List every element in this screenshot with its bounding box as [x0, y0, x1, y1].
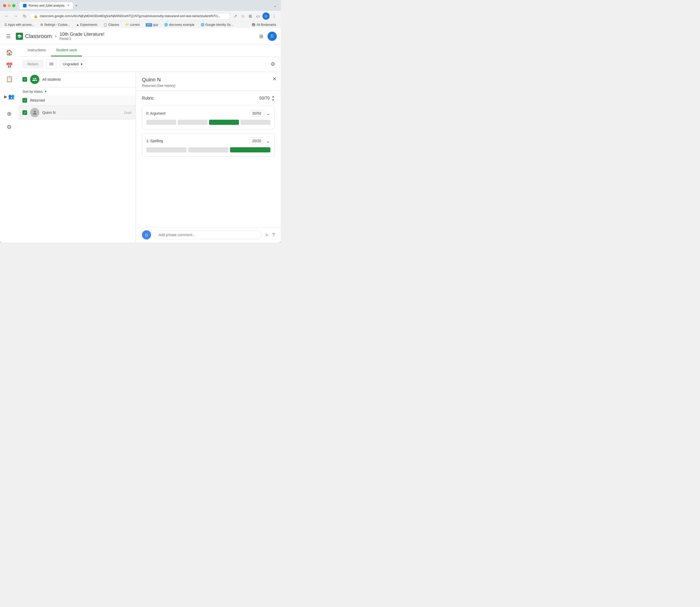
- tabs-row: Instructions Student work: [18, 44, 281, 57]
- grade-filter-dropdown[interactable]: Ungraded ▾: [60, 60, 86, 68]
- rubric-score-down-button[interactable]: ▼: [272, 99, 275, 102]
- address-bar[interactable]: 🔒 classroom.google.com/u/0/c/NjEyMDI4ODI…: [30, 13, 230, 20]
- email-button[interactable]: ✉: [46, 59, 57, 69]
- all-students-checkbox[interactable]: [22, 77, 27, 82]
- sort-arrow-icon[interactable]: ▾: [45, 89, 46, 93]
- bookmark-all[interactable]: 📚 All Bookmarks: [250, 22, 278, 27]
- extensions-button[interactable]: ⊞: [247, 13, 253, 20]
- sidebar-people-expand[interactable]: ▶ 👥: [2, 91, 17, 102]
- close-traffic-light[interactable]: [3, 4, 6, 7]
- student-panel: All students Sort by status ▾ R: [18, 72, 136, 243]
- rubric-settings-button[interactable]: ⚙: [269, 60, 277, 69]
- send-comment-button[interactable]: ➤: [265, 232, 269, 238]
- bookmark-discovery-label: discovery example: [169, 23, 194, 26]
- scale-bar-1-2[interactable]: [188, 147, 228, 152]
- bookmark-settings[interactable]: ⚙ Settings - Cookie...: [39, 22, 71, 27]
- scale-bar-0-1[interactable]: [146, 120, 176, 125]
- share-button[interactable]: ↗: [232, 13, 239, 20]
- course-info: 10th Grade Literature! Period 3: [60, 32, 254, 41]
- window-chevron-button[interactable]: ⌄: [272, 2, 278, 9]
- bookmark-gcp[interactable]: RPI gcp: [144, 22, 160, 27]
- returned-check-icon: [23, 99, 26, 102]
- bookmark-current[interactable]: 📁 current: [124, 22, 141, 27]
- sidebar-add-button[interactable]: ⊕: [3, 108, 15, 120]
- person-icon: [32, 110, 38, 116]
- sidebar-calendar-button[interactable]: 📅: [3, 60, 15, 72]
- student-status: Draft: [124, 111, 131, 114]
- scale-bar-1-3[interactable]: [230, 147, 270, 152]
- student-detail-status: Returned (See history): [142, 84, 176, 87]
- student-checkbox[interactable]: [22, 110, 27, 115]
- criteria-spelling-expand-button[interactable]: ⌄: [266, 138, 270, 144]
- sidebar-settings-button[interactable]: ⚙: [3, 121, 15, 133]
- commenter-initial: D: [145, 233, 148, 237]
- sidebar: 🏠 📅 📋 ▶ 👥 ⊕ ⚙: [0, 44, 18, 243]
- sidebar-assignments-button[interactable]: 📋: [3, 73, 15, 85]
- topbar-actions: ⊞ D: [257, 31, 277, 41]
- browser-tab[interactable]: Romeo and Juliet analysis. ✕: [19, 2, 73, 9]
- student-check-icon: [23, 111, 26, 114]
- browser-titlebar: Romeo and Juliet analysis. ✕ + ⌄: [0, 0, 281, 11]
- tab-instructions[interactable]: Instructions: [22, 44, 51, 57]
- bookmark-google-identity-icon: 🌐: [201, 23, 205, 26]
- return-button[interactable]: Return: [22, 60, 43, 68]
- profile-button[interactable]: D: [263, 13, 270, 20]
- detail-header: Quinn N Returned (See history) ✕: [136, 72, 281, 91]
- criteria-argument-header: 0: Argument 30/50 ⌄: [146, 110, 270, 117]
- browser-toolbar: ← → ↻ 🔒 classroom.google.com/u/0/c/NjEyM…: [0, 11, 281, 21]
- comment-area: D ➤ ?: [136, 227, 281, 243]
- sidebar-home-button[interactable]: 🏠: [3, 46, 15, 59]
- minimize-traffic-light[interactable]: [8, 4, 11, 7]
- expand-arrow-icon: ▶: [4, 94, 7, 99]
- grade-filter-label: Ungraded: [63, 62, 79, 66]
- tab-student-work[interactable]: Student work: [51, 44, 82, 57]
- refresh-button[interactable]: ↻: [21, 13, 28, 20]
- rubric-score-arrows: ▲ ▼: [272, 95, 275, 102]
- scale-bar-0-2[interactable]: [178, 120, 208, 125]
- back-button[interactable]: ←: [3, 13, 10, 19]
- close-detail-button[interactable]: ✕: [272, 76, 277, 82]
- returned-section-header: Returned: [18, 96, 136, 105]
- bookmark-button[interactable]: ☆: [240, 13, 246, 20]
- rubric-title: Rubric: [142, 96, 260, 101]
- bookmark-experiments-label: Experiments: [80, 23, 97, 26]
- new-tab-button[interactable]: +: [74, 2, 78, 9]
- split-panel: All students Sort by status ▾ R: [18, 72, 281, 243]
- scale-bar-0-3[interactable]: [209, 120, 239, 125]
- google-apps-button[interactable]: ⊞: [257, 31, 266, 41]
- bookmark-google-identity[interactable]: 🌐 Google Identity Se...: [199, 22, 235, 27]
- classroom-logo[interactable]: Classroom: [16, 33, 52, 40]
- content-toolbar: Return ✉ Ungraded ▾ ⚙: [18, 57, 281, 72]
- scale-bar-0-4[interactable]: [241, 120, 270, 125]
- user-avatar[interactable]: D: [268, 32, 277, 41]
- detail-panel: Quinn N Returned (See history) ✕ Rubric …: [136, 72, 281, 243]
- email-icon: ✉: [49, 61, 54, 67]
- classroom-svg-icon: [17, 34, 22, 39]
- criteria-argument-score: 30/50: [249, 110, 264, 117]
- rubric-score-up-button[interactable]: ▲: [272, 95, 275, 98]
- tab-close-button[interactable]: ✕: [67, 4, 69, 7]
- bookmark-discovery[interactable]: 🌐 discovery example: [163, 22, 196, 27]
- student-row[interactable]: Quinn N Draft: [18, 105, 136, 120]
- bookmark-classes[interactable]: 📋 Classes: [102, 22, 121, 27]
- maximize-traffic-light[interactable]: [12, 4, 15, 7]
- bookmark-apps-label: Apps with access...: [8, 23, 34, 26]
- bookmark-experiments[interactable]: ▲ Experiments: [75, 22, 99, 27]
- criteria-argument-expand-button[interactable]: ⌄: [266, 110, 270, 117]
- traffic-lights: [3, 4, 15, 7]
- bookmark-apps[interactable]: G Apps with access...: [3, 22, 36, 27]
- private-comment-input[interactable]: [154, 230, 262, 239]
- scale-bar-1-1[interactable]: [146, 147, 187, 152]
- forward-button[interactable]: →: [12, 13, 19, 19]
- all-students-label: All students: [42, 77, 61, 81]
- classroom-logo-icon: [16, 33, 23, 40]
- menu-button[interactable]: ⋮: [271, 13, 278, 20]
- sidebar-toggle-button[interactable]: ▭: [254, 13, 262, 20]
- app-name-label: Classroom: [25, 33, 52, 40]
- returned-label: Returned: [30, 98, 45, 102]
- bookmark-current-icon: 📁: [125, 23, 129, 26]
- help-button[interactable]: ?: [272, 232, 275, 238]
- returned-checkbox[interactable]: [22, 98, 27, 103]
- check-icon: [23, 78, 26, 81]
- hamburger-menu-button[interactable]: ☰: [4, 31, 13, 41]
